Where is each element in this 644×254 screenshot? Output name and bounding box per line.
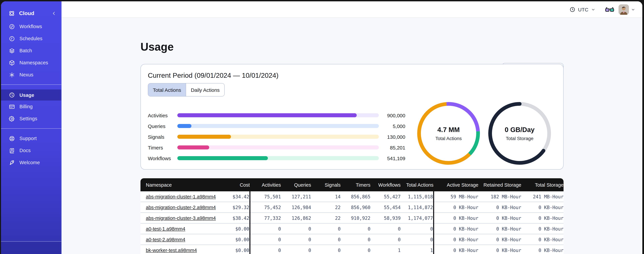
cell-timers: 0 [340,223,370,234]
topbar: UTC [62,1,642,18]
namespace-link[interactable]: abs-migration-cluster-3.a98mm4 [146,215,216,221]
cell-activities: 0 [250,245,281,254]
bar-row-queries: Queries5,000 [148,121,405,131]
cell-queries: 126,862 [281,212,311,223]
cell-cost: $38.42 [224,212,250,223]
sidebar-item-label: Support [20,136,37,141]
sidebar-nav-account: UsageBillingSettings [1,90,61,124]
docs-icon [9,147,15,154]
sidebar-item-namespaces[interactable]: Namespaces [1,58,61,68]
nexus-icon [9,72,15,78]
sidebar-item-billing[interactable]: Billing [1,102,61,112]
sidebar-item-batch[interactable]: Batch [1,46,61,56]
cell-total-actions: 1 [400,245,434,254]
cell-total-actions: 1,174,077 [400,212,434,223]
cell-total-storage: 0 KB-Hour [521,234,564,245]
bar-track [177,135,379,139]
sidebar-item-label: Welcome [20,160,40,165]
cell-queries: 126,984 [281,202,311,212]
timezone-label: UTC [578,6,588,12]
cell-cost: $0.00 [224,223,250,234]
sidebar-item-support[interactable]: Support [1,133,61,144]
sidebar-item-label: Nexus [20,72,33,78]
cell-total-storage: 0 KB-Hour [521,202,564,212]
namespace-usage-table: NamespaceCostActivitiesQueriesSignalsTim… [140,178,564,254]
namespace-link[interactable]: a0-test-2.a98mm4 [146,237,185,242]
cell-cost: $0.00 [224,234,250,245]
sidebar-item-settings[interactable]: Settings [1,114,61,124]
cell-total-actions: 1,115,018 [400,191,434,202]
app-window: Cloud WorkflowsSchedulesBatchNamespacesN… [1,1,642,254]
table-row: abs-migration-cluster-1.a98mm4$34.4275,5… [140,191,564,202]
sidebar-item-nexus[interactable]: Nexus [1,70,61,80]
cell-retained-storage: 0 KB-Hour [478,212,521,223]
donut-center-label: Total Storage [506,136,534,141]
sidebar-item-label: Namespaces [20,60,48,65]
bar-value: 541,109 [382,155,405,161]
cell-namespace: abs-migration-cluster-1.a98mm4 [140,191,224,202]
tab-total-actions[interactable]: Total Actions [148,84,186,96]
cell-cost: $34.42 [224,191,250,202]
bar-label: Workflows [148,155,175,161]
table-header-row: NamespaceCostActivitiesQueriesSignalsTim… [140,178,564,191]
cell-signals: 22 [311,212,340,223]
cell-activities: 77,332 [250,212,281,223]
col-namespace: Namespace [140,178,224,191]
col-cost: Cost [224,178,250,191]
total-storage-donut: 0 GB/DayTotal Storage [487,100,552,166]
namespace-link[interactable]: a0-test-1.a98mm4 [146,226,185,232]
cell-queries: 0 [281,223,311,234]
sidebar-item-label: Schedules [20,36,42,41]
brand[interactable]: Cloud [1,8,61,19]
cell-total-actions: 0 [400,223,434,234]
cell-cost: $29.32 [224,202,250,212]
screen: Cloud WorkflowsSchedulesBatchNamespacesN… [0,0,644,254]
bar-value: 5,000 [382,123,405,129]
col-workflows: Workflows [370,178,400,191]
glasses-icon [604,4,614,14]
sidebar-item-welcome[interactable]: Welcome [1,158,61,168]
user-menu[interactable] [618,4,636,14]
sidebar-item-label: Workflows [20,24,42,29]
cell-total-storage: 0 KB-Hour [521,212,564,223]
cell-namespace: bk-worker-test.a98mm4 [140,245,224,254]
cell-active-storage: 59 MB-Hour [434,191,478,202]
bar-label: Queries [148,123,175,129]
bar-fill [177,113,357,117]
cell-workflows: 1 [370,245,400,254]
donut-center: 4.7 MMTotal Actions [416,100,482,166]
sidebar-divider [1,84,61,85]
chevron-down-icon [591,7,596,12]
sidebar-item-schedules[interactable]: Schedules [1,34,61,44]
cell-namespace: a0-test-1.a98mm4 [140,223,224,234]
cell-activities: 0 [250,234,281,245]
bar-label: Timers [148,144,175,150]
cell-active-storage: 0 KB-Hour [434,223,478,234]
timezone-selector[interactable]: UTC [569,6,596,12]
sidebar-item-usage[interactable]: Usage [1,90,61,100]
cell-signals: 22 [311,202,340,212]
workflows-icon [9,23,15,30]
namespace-link[interactable]: abs-migration-cluster-1.a98mm4 [146,194,216,199]
sidebar-item-docs[interactable]: Docs [1,146,61,156]
cell-queries: 127,211 [281,191,311,202]
sidebar-item-label: Usage [20,92,34,98]
col-timers: Timers [340,178,370,191]
cell-active-storage: 0 KB-Hour [434,234,478,245]
cell-active-storage: 0 KB-Hour [434,245,478,254]
feedback-glasses-button[interactable] [604,4,614,14]
col-retained-storage: Retained Storage [478,178,521,191]
table-row: a0-test-1.a98mm4$0.000000000 KB-Hour0 KB… [140,223,564,234]
bar-track [177,156,379,160]
cell-workflows: 0 [370,223,400,234]
card-title: Current Period (09/01/2024 — 10/01/2024) [148,71,556,80]
col-active-storage: Active Storage [434,178,478,191]
cell-workflows: 58,939 [370,212,400,223]
namespace-link[interactable]: bk-worker-test.a98mm4 [146,248,197,253]
tab-daily-actions[interactable]: Daily Actions [186,84,224,96]
bar-label: Activities [148,112,175,118]
sidebar-item-workflows[interactable]: Workflows [1,22,61,32]
sidebar-item-label: Billing [20,104,33,109]
namespace-link[interactable]: abs-migration-cluster-2.a98mm4 [146,204,216,210]
sidebar-collapse-button[interactable] [51,11,57,16]
